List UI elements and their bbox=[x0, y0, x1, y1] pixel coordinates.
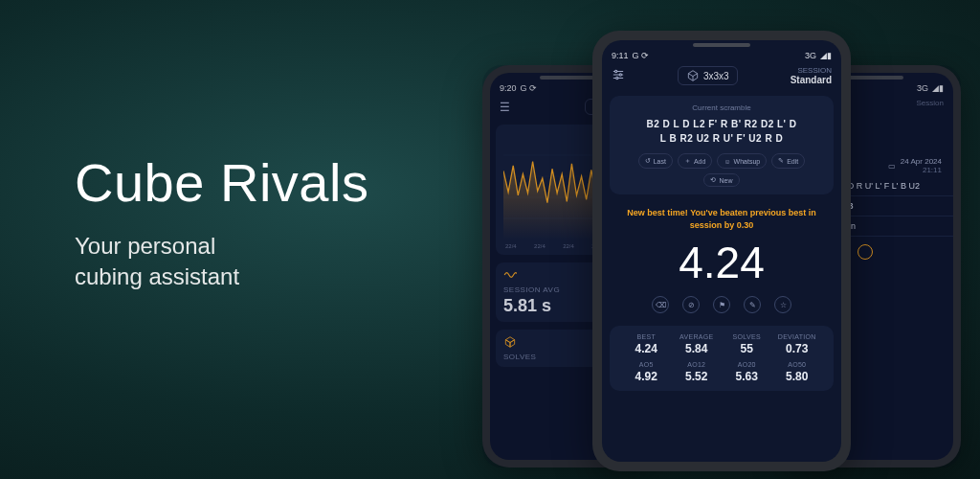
phone-center: 9:11G ⟳ 3G◢▮ 3x3x3 SESSIONStandard Curre… bbox=[592, 31, 851, 471]
svg-point-12 bbox=[616, 77, 618, 79]
best-time-message: New best time! You've beaten previous be… bbox=[617, 207, 826, 231]
delete-icon[interactable]: ⌫ bbox=[652, 296, 669, 313]
phones-showcase: 9:20G ⟳ 3G◢▮ ☰ ⎔ 3x3x3 Solve T bbox=[482, 31, 961, 479]
scramble-text: B2 D L D L2 F' R B' R2 D2 L' DL B R2 U2 … bbox=[619, 117, 824, 146]
stats-card: BEST4.24 AVERAGE5.84 SOLVES55 DEVIATION0… bbox=[610, 326, 834, 391]
svg-point-10 bbox=[615, 70, 617, 72]
comment-icon[interactable]: ✎ bbox=[744, 296, 761, 313]
settings-icon[interactable] bbox=[612, 68, 625, 84]
svg-marker-13 bbox=[688, 71, 697, 77]
scramble-chip-whatsup[interactable]: ☺ Whatsup bbox=[717, 153, 767, 169]
hero-subtitle: Your personal cubing assistant bbox=[75, 231, 368, 293]
svg-point-11 bbox=[619, 73, 621, 75]
scramble-chip-add[interactable]: ＋ Add bbox=[678, 153, 712, 169]
solve-time[interactable]: 4.24 bbox=[602, 237, 841, 288]
dnf-icon[interactable]: ⊘ bbox=[682, 296, 700, 313]
star-icon[interactable]: ☆ bbox=[774, 296, 791, 313]
cube-icon bbox=[686, 69, 700, 82]
scramble-chip-last[interactable]: ↺ Last bbox=[638, 153, 673, 169]
scramble-chip-edit[interactable]: ✎ Edit bbox=[771, 153, 805, 169]
cube-type-selector[interactable]: 3x3x3 bbox=[678, 66, 738, 85]
session-selector[interactable]: SESSIONStandard bbox=[791, 66, 832, 85]
scramble-chip-new[interactable]: ⟲ New bbox=[703, 173, 739, 187]
flag-icon[interactable]: ⚑ bbox=[713, 296, 730, 313]
scramble-card: Current scramble B2 D L D L2 F' R B' R2 … bbox=[610, 96, 834, 194]
solve-action-row: ⌫ ⊘ ⚑ ✎ ☆ bbox=[602, 296, 841, 313]
hero-title: Cube Rivals bbox=[75, 151, 368, 214]
